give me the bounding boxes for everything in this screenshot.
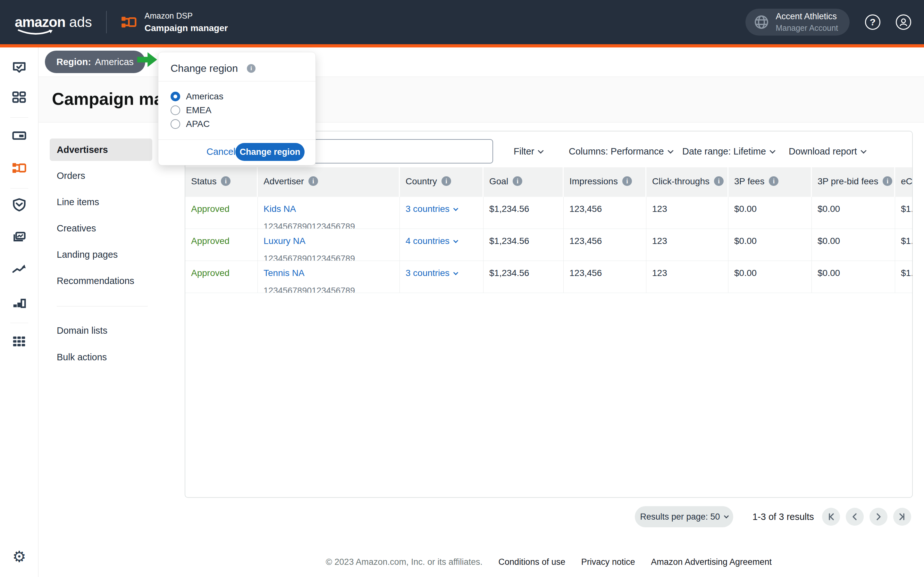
subnav-divider: [57, 306, 148, 306]
countries-dropdown[interactable]: 3 countries: [406, 268, 458, 278]
popover-title: Change region: [171, 63, 238, 74]
sidebar-item-landing-pages[interactable]: Landing pages: [57, 250, 118, 260]
popover-header: Change region i: [171, 63, 256, 74]
accent-strip: [0, 44, 924, 47]
amazon-smile-icon: [17, 29, 55, 37]
columns-dropdown[interactable]: Columns: Performance: [569, 146, 672, 157]
3p-fees-cell: $0.00: [729, 229, 812, 261]
last-page-button[interactable]: [893, 508, 911, 526]
help-icon: ?: [870, 17, 876, 27]
results-per-page-dropdown[interactable]: Results per page: 50: [635, 506, 733, 527]
ecpm-cell: $1.23: [895, 229, 913, 261]
status-cell: Approved: [185, 197, 258, 229]
radio-option-apac[interactable]: APAC: [171, 119, 210, 129]
account-name: Accent Athletics: [776, 11, 838, 21]
gear-icon[interactable]: ⚙: [11, 549, 27, 564]
sidebar-item-advertisers[interactable]: Advertisers: [50, 139, 152, 161]
chevron-right-icon: [874, 512, 883, 521]
ecpm-cell: $1.23: [895, 197, 913, 229]
advertiser-link[interactable]: Tennis NA: [264, 268, 400, 278]
impressions-cell: 123,456: [564, 197, 647, 229]
first-page-button[interactable]: [822, 508, 840, 526]
footer-link-agreement[interactable]: Amazon Advertising Agreement: [651, 557, 772, 567]
region-value: Americas: [95, 57, 134, 67]
help-button[interactable]: ?: [865, 15, 880, 30]
info-icon[interactable]: i: [769, 176, 779, 186]
advertisers-table-card: Filter Columns: Performance Date range: …: [185, 131, 913, 498]
next-page-button[interactable]: [869, 508, 887, 526]
rail-divider: [10, 188, 28, 189]
countries-dropdown[interactable]: 4 countries: [406, 236, 458, 246]
amazon-ads-logo[interactable]: amazon ads: [15, 14, 92, 30]
info-icon[interactable]: i: [513, 176, 522, 186]
radio-option-americas[interactable]: Americas: [171, 91, 224, 102]
creatives-image-icon[interactable]: [11, 229, 27, 245]
footer-link-conditions[interactable]: Conditions of use: [498, 557, 566, 567]
status-badge: Approved: [191, 204, 229, 214]
advertiser-cell: Kids NA1234567890123456789: [258, 197, 400, 229]
dsp-flow-icon[interactable]: [11, 160, 27, 176]
chevron-left-icon: [850, 512, 859, 521]
first-page-icon: [827, 512, 835, 521]
sidebar-item-recommendations[interactable]: Recommendations: [57, 276, 134, 286]
filter-dropdown[interactable]: Filter: [514, 146, 543, 157]
sidebar-item-line-items[interactable]: Line items: [57, 197, 99, 207]
person-icon: [899, 17, 908, 27]
app-section: Campaign manager: [145, 23, 228, 33]
shield-icon[interactable]: [11, 197, 27, 213]
sidebar-item-creatives[interactable]: Creatives: [57, 223, 96, 234]
ecpm-cell: $1.23: [895, 261, 913, 293]
nav-divider: [106, 11, 107, 33]
region-pill-button[interactable]: Region: Americas: [45, 51, 145, 73]
change-region-popover: Change region i Americas EMEA APAC Cance…: [158, 52, 316, 165]
country-cell: 3 countries: [400, 261, 484, 293]
info-icon[interactable]: i: [714, 176, 724, 186]
advertiser-link[interactable]: Kids NA: [264, 204, 400, 214]
info-icon[interactable]: i: [442, 176, 451, 186]
info-icon[interactable]: i: [221, 176, 231, 186]
cancel-button[interactable]: Cancel: [206, 147, 235, 157]
blocks-grid-icon[interactable]: [11, 89, 27, 105]
3p-pre-bid-fees-cell: $0.00: [812, 261, 895, 293]
advertiser-cell: Luxury NA1234567890123456789: [258, 229, 400, 261]
footer-link-privacy[interactable]: Privacy notice: [581, 557, 635, 567]
info-icon[interactable]: i: [622, 176, 632, 186]
sidebar-item-bulk-actions[interactable]: Bulk actions: [57, 352, 107, 363]
account-switcher-button[interactable]: Accent Athletics Manager Account: [745, 9, 850, 35]
advertiser-id: 1234567890123456789: [264, 222, 400, 229]
sidebar-item-domain-lists[interactable]: Domain lists: [57, 326, 107, 336]
3p-pre-bid-fees-cell: $0.00: [812, 197, 895, 229]
status-cell: Approved: [185, 229, 258, 261]
advertiser-id: 1234567890123456789: [264, 254, 400, 261]
column-header-click-throughs: Click-throughsi: [647, 167, 729, 197]
info-icon[interactable]: i: [883, 176, 892, 186]
change-region-button[interactable]: Change region: [235, 143, 305, 161]
nav-right-group: Accent Athletics Manager Account ?: [745, 9, 911, 35]
status-badge: Approved: [191, 268, 229, 278]
column-header-advertiser: Advertiseri: [258, 167, 400, 197]
apps-grid-icon[interactable]: [11, 334, 27, 349]
info-icon[interactable]: i: [308, 176, 318, 186]
sidebar-item-orders[interactable]: Orders: [57, 171, 85, 181]
radio-option-emea[interactable]: EMEA: [171, 105, 211, 115]
date-range-dropdown[interactable]: Date range: Lifetime: [682, 146, 775, 157]
page-footer: © 2023 Amazon.com, Inc. or its affiliate…: [185, 557, 913, 567]
billboard-icon[interactable]: [11, 128, 27, 143]
profile-button[interactable]: [896, 15, 911, 30]
app-identity: Amazon DSP Campaign manager: [145, 11, 228, 33]
status-cell: Approved: [185, 261, 258, 293]
table-row: Approved Kids NA1234567890123456789 3 co…: [185, 197, 913, 229]
app-name: Amazon DSP: [145, 11, 228, 21]
countries-dropdown[interactable]: 3 countries: [406, 204, 458, 214]
bar-chart-icon[interactable]: [11, 295, 27, 310]
trend-line-icon[interactable]: [11, 261, 27, 277]
download-report-dropdown[interactable]: Download report: [789, 146, 866, 157]
advertiser-link[interactable]: Luxury NA: [264, 236, 400, 246]
column-header-goal: Goali: [484, 167, 564, 197]
rail-divider: [10, 117, 28, 118]
tag-check-icon[interactable]: [11, 59, 27, 74]
info-icon[interactable]: i: [247, 64, 256, 73]
radio-unselected-icon: [171, 119, 180, 129]
previous-page-button[interactable]: [846, 508, 864, 526]
chevron-down-icon: [453, 238, 458, 243]
